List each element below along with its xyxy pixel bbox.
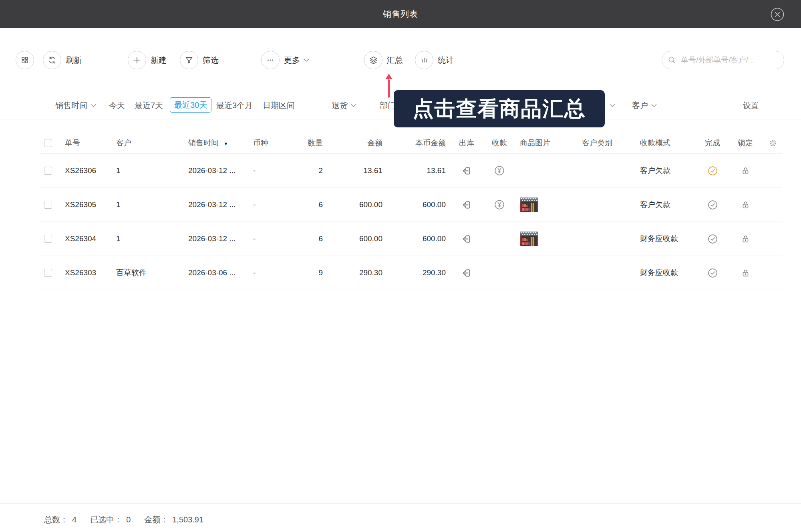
range-custom-dates[interactable]: 日期区间 (263, 99, 295, 112)
cell-payment-mode: 财务应收款 (630, 268, 698, 278)
more-button[interactable]: 更多 (261, 51, 310, 69)
header-customer[interactable]: 客户 (111, 138, 187, 148)
lock-icon (741, 234, 751, 244)
header-payment[interactable]: 收款 (487, 138, 511, 148)
yen-circle-icon (494, 199, 505, 210)
customer-label: 客户 (632, 100, 648, 111)
header-payment-mode[interactable]: 收款模式 (630, 138, 698, 148)
cell-done (698, 268, 727, 278)
statistics-button[interactable]: 统计 (415, 51, 454, 69)
cell-outbound[interactable] (446, 268, 487, 278)
summary-button[interactable]: 汇总 (364, 51, 403, 69)
empty-row (40, 290, 782, 324)
time-field-label: 销售时间 (55, 100, 87, 111)
table-row: XS2630512026-03-12 ...-6600.00600.00客户欠款 (40, 188, 782, 222)
cell-sale-time: 2026-03-12 ... (187, 234, 248, 243)
filter-label: 筛选 (203, 55, 219, 66)
search-box (662, 51, 784, 69)
cell-customer: 百草软件 (111, 268, 187, 278)
time-field-dropdown[interactable]: 销售时间 (55, 99, 96, 112)
close-icon[interactable] (771, 8, 784, 21)
cell-payment[interactable] (487, 199, 511, 210)
page-title: 销售列表 (383, 8, 418, 20)
check-circle-icon (707, 200, 718, 210)
apps-grid-button[interactable] (16, 51, 34, 69)
layers-icon (364, 51, 382, 69)
cell-order-no[interactable]: XS26305 (60, 200, 111, 209)
range-30days-selected[interactable]: 最近30天 (170, 97, 211, 113)
row-checkbox[interactable] (44, 269, 52, 277)
hidden-dropdown-chevron[interactable] (606, 99, 615, 112)
settings-button[interactable]: 设置 (743, 99, 759, 112)
header-done[interactable]: 完成 (698, 138, 727, 148)
cell-order-no[interactable]: XS26303 (60, 268, 111, 277)
cell-customer: 1 (111, 166, 187, 175)
chevron-down-icon (610, 104, 615, 107)
ellipsis-icon (261, 51, 280, 69)
cell-lock[interactable] (727, 268, 764, 278)
header-order-no[interactable]: 单号 (60, 138, 111, 148)
header-customer-type[interactable]: 客户类别 (568, 138, 630, 148)
select-all-checkbox[interactable] (44, 139, 52, 147)
titlebar: 销售列表 (0, 0, 801, 28)
return-dropdown[interactable]: 退货 (332, 99, 356, 112)
filter-button[interactable]: 筛选 (180, 51, 219, 69)
bar-chart-icon (415, 51, 433, 69)
header-base-amount[interactable]: 本币金额 (382, 138, 446, 148)
cell-lock[interactable] (727, 166, 764, 176)
row-checkbox[interactable] (44, 201, 52, 209)
coach-tooltip: 点击查看商品汇总 (394, 90, 605, 127)
cell-amount: 290.30 (323, 268, 382, 277)
cell-base-amount: 13.61 (382, 166, 446, 175)
empty-row (40, 426, 782, 460)
cell-product-image[interactable] (511, 197, 568, 212)
cell-customer: 1 (111, 200, 187, 209)
range-today[interactable]: 今天 (109, 99, 125, 112)
customer-dropdown[interactable]: 客户 (632, 99, 657, 112)
selected-label: 已选中： (90, 514, 122, 525)
department-dropdown[interactable]: 部门 (380, 99, 396, 112)
header-outbound[interactable]: 出库 (446, 138, 487, 148)
selected-value: 0 (126, 515, 131, 524)
cell-outbound[interactable] (446, 234, 487, 244)
apps-grid-icon (16, 51, 34, 69)
column-gear-icon[interactable] (764, 139, 782, 147)
cell-order-no[interactable]: XS26304 (60, 234, 111, 243)
funnel-icon (180, 51, 198, 69)
outbound-icon (461, 268, 472, 278)
new-label: 新建 (151, 55, 167, 66)
refresh-button[interactable]: 刷新 (43, 51, 82, 69)
cell-lock[interactable] (727, 234, 764, 244)
header-product-image[interactable]: 商品图片 (511, 138, 568, 148)
cell-outbound[interactable] (446, 200, 487, 210)
new-button[interactable]: 新建 (128, 51, 167, 69)
header-amount[interactable]: 金额 (323, 138, 382, 148)
range-3months[interactable]: 最近3个月 (216, 99, 253, 112)
header-currency[interactable]: 币种 (248, 138, 282, 148)
cell-sale-time: 2026-03-12 ... (187, 166, 248, 175)
header-sale-time[interactable]: 销售时间▼ (187, 138, 248, 148)
row-checkbox-cell (40, 269, 60, 277)
range-7days[interactable]: 最近7天 (135, 99, 163, 112)
plus-icon (128, 51, 146, 69)
cell-product-image[interactable] (511, 232, 568, 246)
cell-lock[interactable] (727, 200, 764, 210)
row-checkbox[interactable] (44, 167, 52, 175)
search-input[interactable] (680, 55, 778, 65)
cell-currency: - (248, 200, 282, 209)
summary-footer: 总数： 4 已选中： 0 金额： 1,503.91 (44, 514, 217, 525)
header-lock[interactable]: 锁定 (727, 138, 764, 148)
empty-row (40, 460, 782, 494)
cell-payment[interactable] (487, 165, 511, 176)
cell-order-no[interactable]: XS26306 (60, 166, 111, 175)
row-checkbox-cell (40, 235, 60, 243)
header-qty[interactable]: 数量 (282, 138, 323, 148)
sales-table: 单号 客户 销售时间▼ 币种 数量 金额 本币金额 出库 收款 商品图片 客户类… (40, 132, 782, 494)
empty-row (40, 392, 782, 426)
cell-outbound[interactable] (446, 165, 487, 176)
footer-divider (0, 503, 801, 504)
cell-done (698, 165, 727, 176)
table-row: XS2630612026-03-12 ...-213.6113.61客户欠款 (40, 154, 782, 188)
row-checkbox[interactable] (44, 235, 52, 243)
cell-payment-mode: 财务应收款 (630, 234, 698, 244)
